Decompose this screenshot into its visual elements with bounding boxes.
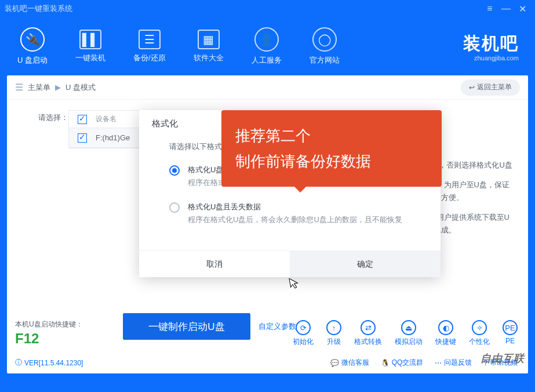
apps-icon: ▦ <box>198 30 220 49</box>
minimize-button[interactable]: — <box>498 3 514 14</box>
hotkey-value: F12 <box>15 331 83 347</box>
tool-one-click[interactable]: ▌▌ 一键装机 <box>75 30 105 63</box>
hotkey-info: 本机U盘启动快捷键： F12 <box>15 320 83 347</box>
breadcrumb-root[interactable]: 主菜单 <box>28 82 50 93</box>
qq-icon: 🐧 <box>381 359 390 367</box>
tool-backup[interactable]: ☰ 备份/还原 <box>133 30 166 63</box>
tool-label: U 盘启动 <box>17 55 48 66</box>
callout-line1: 推荐第二个 <box>235 123 428 148</box>
link-wechat[interactable]: 💬微信客服 <box>330 358 369 368</box>
make-boot-usb-button[interactable]: 一键制作启动U盘 <box>123 313 250 340</box>
custom-icon: ✧ <box>472 320 487 335</box>
main-toolbar: 🔌 U 盘启动 ▌▌ 一键装机 ☰ 备份/还原 ▦ 软件大全 👤 人工服务 ◯ … <box>0 17 535 75</box>
row-checkbox[interactable] <box>78 133 87 143</box>
app-title: 装机吧一键重装系统 <box>5 3 72 14</box>
tool-support[interactable]: 👤 人工服务 <box>252 27 282 66</box>
bt-format[interactable]: ⇄格式转换 <box>354 320 382 347</box>
init-icon: ⟳ <box>296 320 311 335</box>
version-label[interactable]: ⓘ VER[11.5.44.1230] <box>15 358 83 368</box>
radio-option-2[interactable] <box>169 202 180 213</box>
close-button[interactable]: ✕ <box>514 3 530 14</box>
tool-label: 备份/还原 <box>133 53 166 63</box>
bt-upgrade[interactable]: ↑升级 <box>326 320 341 347</box>
tool-label: 人工服务 <box>252 55 282 66</box>
pc-icon: ▌▌ <box>79 30 101 49</box>
upgrade-icon: ↑ <box>326 320 341 335</box>
web-icon: ◯ <box>312 27 337 52</box>
link-qq[interactable]: 🐧QQ交流群 <box>381 358 424 368</box>
format-icon: ⇄ <box>361 320 376 335</box>
ok-button[interactable]: 确定 <box>290 251 441 277</box>
back-button[interactable]: ↩ 返回主菜单 <box>461 79 520 96</box>
option-title: 格式化U盘且丢失数据 <box>188 202 402 212</box>
feedback-icon: ⋯ <box>435 359 442 367</box>
wechat-icon: 💬 <box>330 359 339 367</box>
back-label: 返回主菜单 <box>477 82 512 92</box>
cancel-button[interactable]: 取消 <box>139 251 290 277</box>
list-icon: ☰ <box>15 82 23 93</box>
tool-software[interactable]: ▦ 软件大全 <box>194 30 224 63</box>
tool-usb-boot[interactable]: 🔌 U 盘启动 <box>17 27 48 66</box>
link-feedback[interactable]: ⋯问题反馈 <box>435 358 472 368</box>
breadcrumb-bar: ☰ 主菜单 ▶ U 盘模式 ↩ 返回主菜单 <box>7 75 528 100</box>
format-option-2[interactable]: 格式化U盘且丢失数据 程序在格式化U盘后，将会永久删除您U盘上的数据，且不能恢复 <box>169 202 410 225</box>
info-icon: ⓘ <box>15 358 22 368</box>
backup-icon: ☰ <box>139 30 161 49</box>
title-bar: 装机吧一键重装系统 ≡ — ✕ <box>0 0 535 17</box>
chevron-right-icon: ▶ <box>55 83 61 92</box>
brand-logo: 装机吧 zhuangjiba.com <box>463 32 519 61</box>
breadcrumb-current: U 盘模式 <box>65 82 96 93</box>
menu-button[interactable]: ≡ <box>482 3 498 14</box>
simulate-icon: ⏏ <box>401 320 416 335</box>
main-button-label: 一键制作启动U盘 <box>148 320 224 333</box>
hotkey-label: 本机U盘启动快捷键： <box>15 320 83 329</box>
dialog-footer: 取消 确定 <box>139 251 441 277</box>
bt-pe[interactable]: PEPE <box>503 320 518 347</box>
watermark: 自由互联 <box>481 351 525 365</box>
radio-option-1[interactable] <box>169 165 180 176</box>
callout-line2: 制作前请备份好数据 <box>235 148 428 174</box>
tool-website[interactable]: ◯ 官方网站 <box>310 27 340 66</box>
bt-simulate[interactable]: ⏏模拟启动 <box>395 320 423 347</box>
bt-hotkey[interactable]: ◐快捷键 <box>435 320 456 347</box>
pe-icon: PE <box>503 320 518 335</box>
back-icon: ↩ <box>469 84 475 92</box>
hotkey-icon: ◐ <box>438 320 453 335</box>
bottom-toolbar: ⟳初始化 ↑升级 ⇄格式转换 ⏏模拟启动 ◐快捷键 ✧个性化 PEPE <box>293 320 518 347</box>
bt-custom[interactable]: ✧个性化 <box>469 320 490 347</box>
select-label: 请选择： <box>30 110 68 123</box>
person-icon: 👤 <box>254 27 279 52</box>
usb-icon: 🔌 <box>20 27 45 52</box>
option-desc: 程序在格式化U盘后，将会永久删除您U盘上的数据，且不能恢复 <box>188 215 402 225</box>
custom-params-link[interactable]: 自定义参数 <box>259 321 296 332</box>
tool-label: 软件大全 <box>194 53 224 63</box>
tool-label: 一键装机 <box>75 53 105 63</box>
bt-init[interactable]: ⟳初始化 <box>293 320 314 347</box>
tool-label: 官方网站 <box>310 55 340 66</box>
recommendation-callout: 推荐第二个 制作前请备份好数据 <box>221 110 442 187</box>
select-all-checkbox[interactable] <box>78 115 87 124</box>
brand-cn: 装机吧 <box>463 32 519 56</box>
